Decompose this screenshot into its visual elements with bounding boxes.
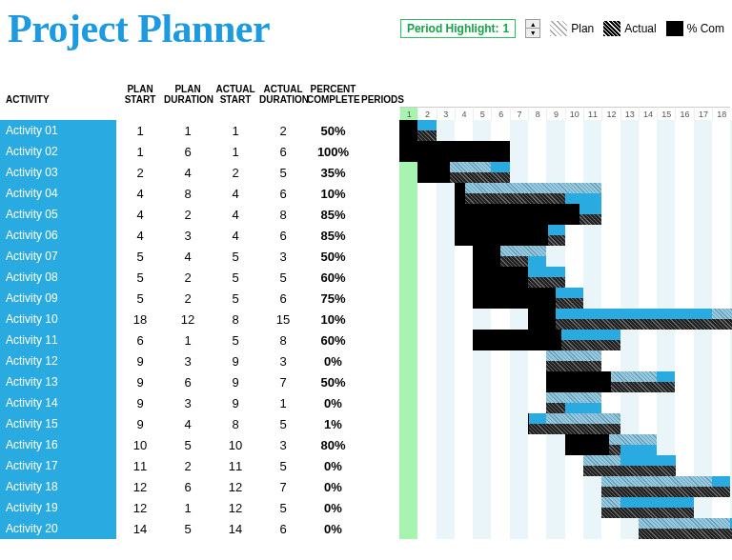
percent-cell[interactable]: 60% bbox=[307, 270, 359, 285]
plan-start-cell[interactable]: 5 bbox=[116, 250, 164, 264]
actual-start-cell[interactable]: 9 bbox=[212, 396, 259, 410]
activity-name[interactable]: Activity 03 bbox=[0, 162, 116, 183]
actual-start-cell[interactable]: 4 bbox=[212, 229, 259, 243]
plan-duration-cell[interactable]: 4 bbox=[164, 417, 212, 431]
actual-start-cell[interactable]: 9 bbox=[212, 354, 259, 369]
activity-name[interactable]: Activity 17 bbox=[0, 455, 116, 476]
plan-duration-cell[interactable]: 1 bbox=[164, 333, 212, 348]
activity-name[interactable]: Activity 18 bbox=[0, 476, 116, 497]
plan-start-cell[interactable]: 1 bbox=[116, 145, 164, 159]
actual-duration-cell[interactable]: 3 bbox=[259, 250, 307, 264]
plan-duration-cell[interactable]: 4 bbox=[164, 250, 212, 264]
activity-name[interactable]: Activity 04 bbox=[0, 183, 116, 204]
plan-duration-cell[interactable]: 6 bbox=[164, 480, 212, 494]
plan-duration-cell[interactable]: 6 bbox=[164, 145, 212, 159]
activity-name[interactable]: Activity 19 bbox=[0, 497, 116, 518]
actual-start-cell[interactable]: 2 bbox=[212, 166, 259, 180]
activity-name[interactable]: Activity 10 bbox=[0, 309, 116, 330]
actual-duration-cell[interactable]: 1 bbox=[259, 396, 307, 410]
percent-cell[interactable]: 10% bbox=[307, 187, 359, 201]
plan-start-cell[interactable]: 4 bbox=[116, 229, 164, 243]
percent-cell[interactable]: 60% bbox=[307, 333, 359, 348]
activity-name[interactable]: Activity 12 bbox=[0, 350, 116, 371]
actual-duration-cell[interactable]: 6 bbox=[259, 145, 307, 159]
percent-cell[interactable]: 50% bbox=[307, 250, 359, 264]
activity-name[interactable]: Activity 16 bbox=[0, 434, 116, 455]
plan-duration-cell[interactable]: 8 bbox=[164, 187, 212, 201]
period-spinner[interactable]: ▲ ▼ bbox=[525, 19, 540, 38]
plan-start-cell[interactable]: 9 bbox=[116, 375, 164, 390]
actual-start-cell[interactable]: 14 bbox=[212, 522, 259, 536]
activity-name[interactable]: Activity 05 bbox=[0, 204, 116, 225]
actual-duration-cell[interactable]: 6 bbox=[259, 291, 307, 306]
actual-start-cell[interactable]: 4 bbox=[212, 187, 259, 201]
plan-duration-cell[interactable]: 6 bbox=[164, 375, 212, 390]
percent-cell[interactable]: 75% bbox=[307, 291, 359, 306]
plan-start-cell[interactable]: 11 bbox=[116, 459, 164, 473]
actual-start-cell[interactable]: 10 bbox=[212, 438, 259, 452]
activity-name[interactable]: Activity 06 bbox=[0, 225, 116, 246]
activity-name[interactable]: Activity 02 bbox=[0, 141, 116, 162]
actual-duration-cell[interactable]: 3 bbox=[259, 438, 307, 452]
actual-start-cell[interactable]: 5 bbox=[212, 270, 259, 285]
plan-start-cell[interactable]: 2 bbox=[116, 166, 164, 180]
percent-cell[interactable]: 0% bbox=[307, 354, 359, 369]
spinner-up-icon[interactable]: ▲ bbox=[526, 20, 539, 29]
percent-cell[interactable]: 10% bbox=[307, 312, 359, 327]
plan-duration-cell[interactable]: 2 bbox=[164, 291, 212, 306]
actual-duration-cell[interactable]: 3 bbox=[259, 354, 307, 369]
plan-duration-cell[interactable]: 5 bbox=[164, 522, 212, 536]
actual-start-cell[interactable]: 5 bbox=[212, 333, 259, 348]
percent-cell[interactable]: 0% bbox=[307, 501, 359, 515]
activity-name[interactable]: Activity 11 bbox=[0, 330, 116, 350]
plan-start-cell[interactable]: 10 bbox=[116, 438, 164, 452]
activity-name[interactable]: Activity 07 bbox=[0, 246, 116, 267]
percent-cell[interactable]: 35% bbox=[307, 166, 359, 180]
actual-start-cell[interactable]: 4 bbox=[212, 208, 259, 222]
plan-start-cell[interactable]: 1 bbox=[116, 124, 164, 138]
plan-duration-cell[interactable]: 5 bbox=[164, 438, 212, 452]
plan-start-cell[interactable]: 9 bbox=[116, 396, 164, 410]
actual-duration-cell[interactable]: 5 bbox=[259, 501, 307, 515]
activity-name[interactable]: Activity 15 bbox=[0, 413, 116, 434]
actual-start-cell[interactable]: 11 bbox=[212, 459, 259, 473]
plan-start-cell[interactable]: 14 bbox=[116, 522, 164, 536]
actual-duration-cell[interactable]: 6 bbox=[259, 522, 307, 536]
activity-name[interactable]: Activity 09 bbox=[0, 288, 116, 309]
activity-name[interactable]: Activity 13 bbox=[0, 371, 116, 392]
plan-duration-cell[interactable]: 3 bbox=[164, 354, 212, 369]
activity-name[interactable]: Activity 08 bbox=[0, 267, 116, 288]
actual-start-cell[interactable]: 12 bbox=[212, 501, 259, 515]
plan-start-cell[interactable]: 4 bbox=[116, 208, 164, 222]
actual-duration-cell[interactable]: 15 bbox=[259, 312, 307, 327]
percent-cell[interactable]: 0% bbox=[307, 459, 359, 473]
actual-start-cell[interactable]: 1 bbox=[212, 124, 259, 138]
actual-duration-cell[interactable]: 7 bbox=[259, 375, 307, 390]
percent-cell[interactable]: 50% bbox=[307, 124, 359, 138]
plan-duration-cell[interactable]: 12 bbox=[164, 312, 212, 327]
plan-duration-cell[interactable]: 1 bbox=[164, 501, 212, 515]
plan-start-cell[interactable]: 5 bbox=[116, 270, 164, 285]
percent-cell[interactable]: 85% bbox=[307, 229, 359, 243]
plan-start-cell[interactable]: 9 bbox=[116, 354, 164, 369]
actual-start-cell[interactable]: 12 bbox=[212, 480, 259, 494]
actual-start-cell[interactable]: 8 bbox=[212, 312, 259, 327]
plan-duration-cell[interactable]: 3 bbox=[164, 396, 212, 410]
actual-duration-cell[interactable]: 8 bbox=[259, 333, 307, 348]
percent-cell[interactable]: 0% bbox=[307, 396, 359, 410]
plan-duration-cell[interactable]: 4 bbox=[164, 166, 212, 180]
actual-duration-cell[interactable]: 2 bbox=[259, 124, 307, 138]
plan-duration-cell[interactable]: 2 bbox=[164, 270, 212, 285]
activity-name[interactable]: Activity 20 bbox=[0, 518, 116, 539]
plan-start-cell[interactable]: 12 bbox=[116, 480, 164, 494]
actual-duration-cell[interactable]: 5 bbox=[259, 166, 307, 180]
percent-cell[interactable]: 0% bbox=[307, 480, 359, 494]
actual-start-cell[interactable]: 5 bbox=[212, 291, 259, 306]
activity-name[interactable]: Activity 01 bbox=[0, 120, 116, 141]
actual-duration-cell[interactable]: 8 bbox=[259, 208, 307, 222]
plan-duration-cell[interactable]: 2 bbox=[164, 459, 212, 473]
plan-start-cell[interactable]: 6 bbox=[116, 333, 164, 348]
actual-start-cell[interactable]: 8 bbox=[212, 417, 259, 431]
actual-duration-cell[interactable]: 5 bbox=[259, 417, 307, 431]
plan-start-cell[interactable]: 5 bbox=[116, 291, 164, 306]
